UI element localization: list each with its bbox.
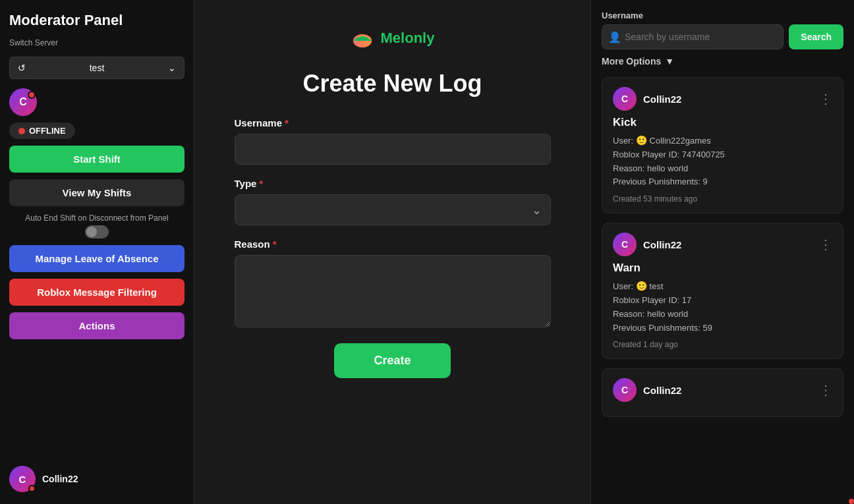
log-emoji-0: 🙂	[636, 135, 650, 146]
log-card-user-2: C Collin22	[613, 378, 681, 402]
reason-required: *	[273, 238, 277, 250]
switch-arrow-icon: ↺	[18, 63, 26, 73]
log-avatar-1: C	[613, 233, 637, 256]
auto-end-label: Auto End Shift on Disconnect from Panel	[9, 213, 185, 224]
log-card: C Collin22 ⋮ Kick User: 🙂 Collin222games…	[602, 77, 843, 213]
switch-server-label: Switch Server	[9, 38, 185, 47]
brand-header: Melonly	[351, 26, 435, 50]
type-select-wrapper: Kick Warn Ban	[235, 194, 551, 225]
view-shifts-button[interactable]: View My Shifts	[9, 179, 185, 206]
log-emoji-1: 🙂	[636, 281, 650, 291]
more-options-chevron-icon: ▼	[665, 56, 674, 67]
log-avatar-2: C	[613, 378, 637, 402]
sidebar: Moderator Panel Switch Server ↺ test ⌄ C…	[0, 0, 194, 504]
log-menu-2[interactable]: ⋮	[819, 383, 832, 397]
log-action-1: Warn	[613, 262, 832, 275]
log-username-1: Collin22	[643, 239, 681, 250]
switch-server-select[interactable]: ↺ test ⌄	[9, 57, 185, 79]
search-button[interactable]: Search	[789, 24, 843, 49]
reason-label: Reason *	[235, 238, 551, 250]
username-required: *	[285, 117, 289, 128]
log-card-user-1: C Collin22	[613, 233, 681, 256]
search-label: Username	[602, 11, 843, 20]
log-card-2: C Collin22 ⋮	[602, 368, 843, 417]
log-card-header-1: C Collin22 ⋮	[613, 233, 832, 256]
log-action-0: Kick	[613, 116, 832, 129]
log-card-1: C Collin22 ⋮ Warn User: 🙂 test Roblox Pl…	[602, 223, 843, 359]
chevron-icon: ⌄	[168, 63, 176, 73]
type-select[interactable]: Kick Warn Ban	[235, 194, 551, 225]
form-title: Create New Log	[302, 70, 482, 98]
status-text: OFFLINE	[29, 126, 66, 136]
sidebar-footer: C Collin22	[9, 466, 185, 492]
status-dot	[18, 128, 25, 134]
log-timestamp-1: Created 1 day ago	[613, 340, 832, 349]
search-user-icon: 👤	[608, 31, 621, 43]
reason-group: Reason *	[235, 238, 551, 330]
log-card-header-2: C Collin22 ⋮	[613, 378, 832, 402]
search-row: 👤 Search	[602, 24, 843, 49]
right-panel: Username 👤 Search More Options ▼ C Colli…	[590, 0, 854, 504]
manage-leave-button[interactable]: Manage Leave of Absence	[9, 245, 185, 272]
status-badge: OFFLINE	[9, 123, 75, 139]
log-menu-1[interactable]: ⋮	[819, 238, 832, 251]
type-label: Type *	[235, 178, 551, 189]
start-shift-button[interactable]: Start Shift	[9, 146, 185, 173]
log-timestamp-0: Created 53 minutes ago	[613, 194, 832, 204]
avatar-status-dot	[28, 91, 36, 99]
footer-avatar: C	[9, 466, 36, 492]
username-label: Username *	[235, 117, 551, 128]
log-username-0: Collin22	[643, 94, 681, 105]
footer-username: Collin22	[42, 474, 78, 484]
search-input[interactable]	[602, 24, 783, 49]
brand-icon	[351, 26, 374, 50]
type-required: *	[259, 178, 263, 189]
form-container: Username * Type * Kick Warn Ban Reason	[235, 117, 551, 378]
log-avatar-0: C	[613, 87, 637, 111]
brand-name: Melonly	[381, 30, 435, 47]
username-input[interactable]	[235, 134, 551, 165]
log-detail-1: User: 🙂 test Roblox Player ID: 17 Reason…	[613, 279, 832, 335]
log-card-header-0: C Collin22 ⋮	[613, 87, 832, 111]
reason-input[interactable]	[235, 255, 551, 327]
log-username-2: Collin22	[643, 385, 681, 396]
log-menu-0[interactable]: ⋮	[819, 92, 832, 105]
more-options-text: More Options	[602, 56, 661, 67]
log-detail-0: User: 🙂 Collin222games Roblox Player ID:…	[613, 133, 832, 189]
message-filter-button[interactable]: Roblox Message Filtering	[9, 279, 185, 306]
search-input-wrapper: 👤	[602, 24, 783, 49]
server-name: test	[90, 63, 105, 73]
username-group: Username *	[235, 117, 551, 165]
log-card-user-0: C Collin22	[613, 87, 681, 111]
create-button[interactable]: Create	[334, 343, 450, 378]
auto-end-toggle[interactable]	[85, 225, 109, 238]
more-options-row[interactable]: More Options ▼	[602, 56, 843, 67]
type-group: Type * Kick Warn Ban	[235, 178, 551, 225]
actions-button[interactable]: Actions	[9, 312, 185, 339]
sidebar-title: Moderator Panel	[9, 12, 185, 29]
main-content: Melonly Create New Log Username * Type *…	[194, 0, 590, 504]
